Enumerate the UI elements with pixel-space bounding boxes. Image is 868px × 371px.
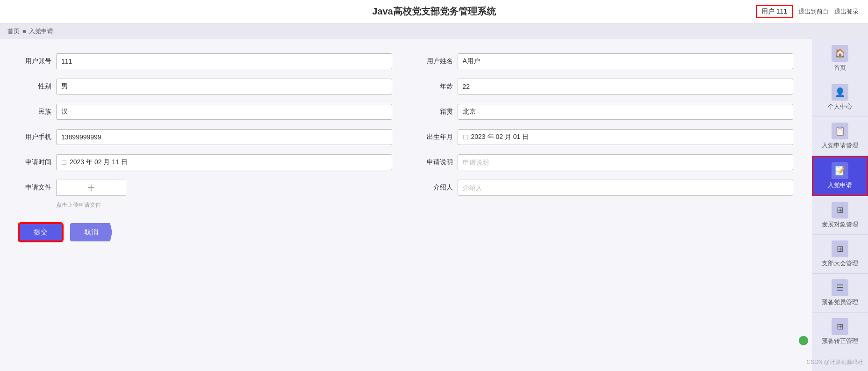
input-username[interactable] <box>458 53 794 69</box>
form-row-gender: 性别 <box>19 79 392 95</box>
sidebar-item-apply-manage[interactable]: 📋 入党申请管理 <box>812 117 868 156</box>
reserve-icon: ☰ <box>832 279 848 296</box>
user-badge: 用户 111 <box>756 5 793 18</box>
form-row-account: 用户账号 <box>19 53 392 69</box>
sidebar-item-personal[interactable]: 👤 个人中心 <box>812 78 868 117</box>
cancel-button[interactable]: 取消 <box>70 223 112 241</box>
label-gender: 性别 <box>19 79 51 91</box>
input-introducer[interactable] <box>458 180 794 196</box>
input-desc[interactable] <box>458 154 794 170</box>
sidebar-label-apply-manage: 入党申请管理 <box>822 141 858 150</box>
label-file: 申请文件 <box>19 180 51 192</box>
form-row-birth: 出生年月 ☐ 2023 年 02 月 01 日 <box>420 129 794 145</box>
sidebar-label-apply: 入党申请 <box>828 181 852 189</box>
file-upload-hint: 点击上传申请文件 <box>56 201 126 209</box>
status-indicator <box>799 336 808 345</box>
label-introducer: 介绍人 <box>420 180 453 192</box>
label-account: 用户账号 <box>19 53 51 65</box>
breadcrumb-home[interactable]: 首页 <box>7 27 20 36</box>
form-row-apply-time: 申请时间 ☐ 2023 年 02 月 11 日 <box>19 154 392 170</box>
sidebar-label-personal: 个人中心 <box>828 102 852 111</box>
input-gender[interactable] <box>56 79 392 95</box>
develop-icon: ⊞ <box>832 202 848 218</box>
sidebar: 🏠 首页 👤 个人中心 📋 入党申请管理 📝 入党申请 ⊞ 发展对象管理 ⊞ 支… <box>812 39 868 371</box>
form-row-introducer: 介绍人 <box>420 180 794 196</box>
apply-manage-icon: 📋 <box>832 123 848 139</box>
input-birth[interactable]: ☐ 2023 年 02 月 01 日 <box>458 129 794 145</box>
sidebar-item-branch[interactable]: ⊞ 支部大会管理 <box>812 235 868 274</box>
logout-link[interactable]: 退出登录 <box>834 7 859 16</box>
person-icon: 👤 <box>832 84 848 101</box>
sidebar-item-develop[interactable]: ⊞ 发展对象管理 <box>812 196 868 235</box>
label-username: 用户姓名 <box>420 53 453 65</box>
label-nation: 民族 <box>19 104 51 116</box>
sidebar-label-home: 首页 <box>834 64 846 72</box>
form-row-desc: 申请说明 <box>420 154 794 170</box>
branch-icon: ⊞ <box>832 240 848 257</box>
input-nation[interactable] <box>56 104 392 120</box>
sidebar-item-home[interactable]: 🏠 首页 <box>812 39 868 78</box>
breadcrumb-separator: ≡ <box>22 28 26 35</box>
sidebar-item-transfer[interactable]: ⊞ 预备转正管理 <box>812 313 868 351</box>
breadcrumb: 首页 ≡ 入党申请 <box>0 23 868 39</box>
form-row-nation: 民族 <box>19 104 392 120</box>
form-row-age: 年龄 <box>420 79 794 95</box>
header: Java高校党支部党务管理系统 用户 111 退出到前台 退出登录 <box>0 0 868 23</box>
form-row-hometown: 籍贯 <box>420 104 794 120</box>
sidebar-label-transfer: 预备转正管理 <box>822 337 858 345</box>
form-row-phone: 用户手机 <box>19 129 392 145</box>
form-grid: 用户账号 性别 民族 用户手机 <box>19 53 793 209</box>
input-age[interactable] <box>458 79 794 95</box>
file-col: + 点击上传申请文件 <box>56 180 126 209</box>
submit-button[interactable]: 提交 <box>19 223 63 241</box>
back-to-front-link[interactable]: 退出到前台 <box>798 7 829 16</box>
label-desc: 申请说明 <box>420 154 453 167</box>
main-layout: 用户账号 性别 民族 用户手机 <box>0 39 868 371</box>
content-area: 用户账号 性别 民族 用户手机 <box>0 39 812 371</box>
transfer-icon: ⊞ <box>832 318 848 335</box>
label-birth: 出生年月 <box>420 129 453 141</box>
label-age: 年龄 <box>420 79 453 91</box>
label-phone: 用户手机 <box>19 129 51 141</box>
input-apply-time[interactable]: ☐ 2023 年 02 月 11 日 <box>56 154 392 170</box>
header-right: 用户 111 退出到前台 退出登录 <box>756 5 859 18</box>
input-phone[interactable] <box>56 129 392 145</box>
file-upload-area[interactable]: + <box>56 180 126 196</box>
plus-icon: + <box>87 180 95 195</box>
input-hometown[interactable] <box>458 104 794 120</box>
label-apply-time: 申请时间 <box>19 154 51 167</box>
sidebar-item-apply[interactable]: 📝 入党申请 <box>812 156 868 196</box>
form-row-username: 用户姓名 <box>420 53 794 69</box>
page-title: Java高校党支部党务管理系统 <box>372 5 496 18</box>
apply-icon: 📝 <box>832 162 848 179</box>
sidebar-label-reserve: 预备党员管理 <box>822 298 858 306</box>
button-row: 提交 取消 <box>19 223 793 241</box>
calendar-icon-apply: ☐ <box>61 159 67 166</box>
input-account[interactable] <box>56 53 392 69</box>
watermark: CSDN @计算机源码社 <box>806 358 863 366</box>
sidebar-item-reserve[interactable]: ☰ 预备党员管理 <box>812 274 868 313</box>
label-hometown: 籍贯 <box>420 104 453 116</box>
form-row-file: 申请文件 + 点击上传申请文件 <box>19 180 392 209</box>
home-icon: 🏠 <box>832 45 848 62</box>
apply-time-value: 2023 年 02 月 11 日 <box>70 158 128 167</box>
breadcrumb-current: 入党申请 <box>29 27 53 36</box>
sidebar-label-branch: 支部大会管理 <box>822 259 858 268</box>
calendar-icon-birth: ☐ <box>463 134 468 141</box>
birth-value: 2023 年 02 月 01 日 <box>471 133 529 141</box>
sidebar-label-develop: 发展对象管理 <box>822 220 858 229</box>
